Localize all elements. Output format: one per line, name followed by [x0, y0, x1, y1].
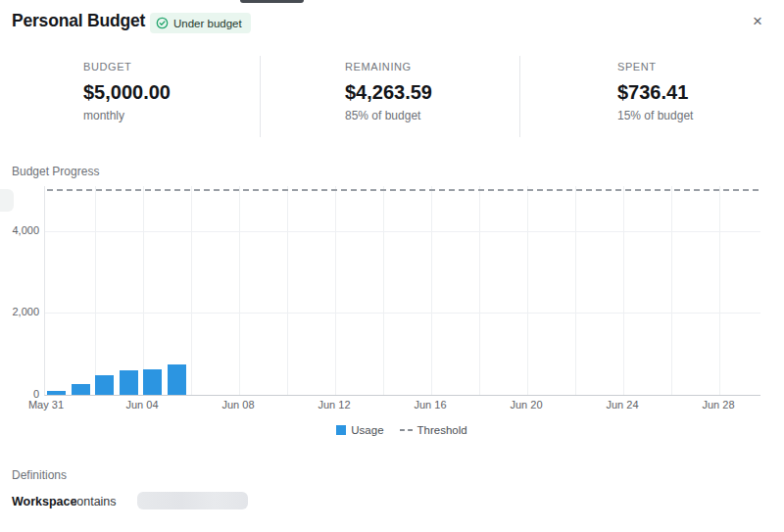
threshold-line	[47, 189, 759, 191]
stat-remaining: REMAINING $4,263.59 85% of budget	[345, 61, 432, 122]
legend-threshold-label: Threshold	[417, 424, 467, 436]
usage-bar	[95, 375, 114, 395]
stat-budget: BUDGET $5,000.00 monthly	[83, 61, 171, 122]
x-tick-label: Jun 20	[510, 399, 542, 411]
stat-spent: SPENT $736.41 15% of budget	[617, 61, 693, 122]
legend-usage-label: Usage	[351, 424, 383, 436]
gridline-vertical	[623, 186, 624, 395]
gridline-vertical	[335, 186, 336, 395]
gridline-vertical	[575, 186, 576, 395]
gridline-vertical	[143, 186, 144, 395]
chart-legend: Usage Threshold	[44, 424, 760, 436]
y-tick-label: 2,000	[12, 306, 39, 317]
gridline-vertical	[527, 186, 528, 395]
chart-x-axis: May 31Jun 04Jun 08Jun 12Jun 16Jun 20Jun …	[44, 399, 760, 414]
gridline-vertical	[191, 186, 192, 395]
x-tick-label: Jun 24	[606, 399, 638, 411]
chart-y-axis: 02,0004,000	[0, 186, 39, 395]
x-tick-label: Jun 08	[221, 399, 254, 411]
x-tick-label: Jun 28	[702, 399, 734, 411]
budget-modal: Personal Budget Under budget × BUDGET $5…	[0, 0, 784, 532]
usage-swatch-icon	[336, 425, 346, 435]
definitions-section-label: Definitions	[12, 468, 67, 482]
stat-spent-sub: 15% of budget	[617, 109, 693, 122]
usage-bar	[168, 364, 186, 395]
usage-bar	[143, 369, 162, 395]
status-badge-label: Under budget	[173, 18, 242, 29]
stats-divider	[519, 56, 520, 137]
gridline-vertical	[479, 186, 480, 395]
x-tick-label: May 31	[28, 399, 64, 411]
page-title: Personal Budget	[12, 11, 145, 31]
redacted-definition-value	[137, 492, 248, 509]
legend-item-usage[interactable]: Usage	[336, 424, 383, 436]
chart-section-label: Budget Progress	[12, 165, 99, 178]
gridline-horizontal	[45, 313, 760, 314]
stat-remaining-value: $4,263.59	[345, 81, 432, 104]
close-button[interactable]: ×	[747, 10, 768, 31]
x-tick-label: Jun 12	[318, 399, 350, 411]
stat-spent-label: SPENT	[617, 61, 693, 73]
gridline-vertical	[671, 186, 672, 395]
stats-divider	[260, 56, 261, 137]
gridline-horizontal	[45, 231, 760, 232]
stat-remaining-sub: 85% of budget	[345, 109, 432, 122]
usage-bar	[72, 384, 90, 395]
budget-progress-chart: 02,0004,000 May 31Jun 04Jun 08Jun 12Jun …	[0, 181, 784, 441]
definition-operator: contains	[71, 495, 117, 508]
threshold-dash-icon	[400, 429, 413, 431]
close-icon: ×	[753, 13, 762, 29]
x-tick-label: Jun 04	[125, 399, 158, 411]
usage-bar	[120, 370, 138, 395]
gridline-vertical	[383, 186, 384, 395]
x-tick-label: Jun 16	[414, 399, 446, 411]
stat-budget-value: $5,000.00	[83, 81, 171, 104]
gridline-vertical	[287, 186, 288, 395]
stat-budget-label: BUDGET	[83, 61, 171, 73]
usage-bar	[47, 391, 66, 395]
gridline-vertical	[431, 186, 432, 395]
definition-term: Workspace	[12, 495, 76, 508]
status-badge: Under budget	[150, 13, 251, 33]
y-tick-label: 4,000	[12, 224, 39, 236]
stat-remaining-label: REMAINING	[345, 61, 432, 73]
gridline-vertical	[239, 186, 240, 395]
chart-plot	[44, 186, 760, 396]
stat-budget-sub: monthly	[83, 109, 171, 122]
gridline-vertical	[95, 186, 96, 395]
clipped-redacted-element	[240, 0, 304, 3]
legend-item-threshold[interactable]: Threshold	[400, 424, 467, 436]
gridline-vertical	[719, 186, 720, 395]
stat-spent-value: $736.41	[617, 81, 693, 104]
check-circle-icon	[156, 17, 169, 29]
